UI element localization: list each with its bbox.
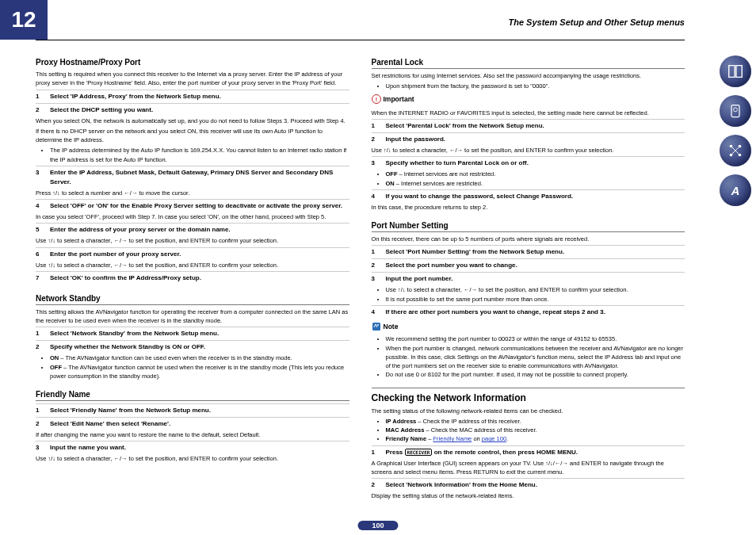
proxy-step6: Enter the port number of your proxy serv… [50,250,181,259]
port-note3: Do not use 0 or 8102 for the port number… [386,370,685,379]
proxy-step5: Enter the address of your proxy server o… [50,225,231,235]
svg-point-3 [377,324,379,326]
netinfo-step2-note: Display the setting status of the networ… [372,491,685,500]
note-callout: Note [372,322,399,332]
right-column: Parental Lock Set restrictions for using… [372,52,685,503]
important-icon: ! [372,94,381,104]
netinfo-step1: Press RECEIVER on the remote control, th… [386,448,578,457]
parental-heading: Parental Lock [372,56,685,69]
proxy-step2: Select the DHCP setting you want. [50,105,153,115]
proxy-step2-note2: If there is no DHCP server on the networ… [36,127,349,145]
parental-bullet-on: ON – Internet services are restricted. [386,179,685,188]
friendly-step2-note: If after changing the name you want to r… [36,430,349,439]
svg-text:!: ! [375,96,376,101]
netinfo-ip: IP Address – Check the IP address of thi… [386,417,685,426]
header-rule [36,40,685,40]
port-note2: When the port number is changed, network… [386,344,685,371]
friendly-heading: Friendly Name [36,388,349,401]
svg-point-5 [734,108,738,112]
parental-step4: If you want to change the password, sele… [386,192,574,201]
page-number-badge: 100 [357,521,398,530]
appendix-icon[interactable]: A [720,174,751,206]
important-callout: ! Important [372,94,414,105]
proxy-step1: Select 'IP Address, Proxy' from the Netw… [50,92,221,101]
proxy-step2-note1: When you select ON, the network is autom… [36,117,349,125]
parental-intro: Set restrictions for using Internet serv… [372,71,685,80]
standby-step2: Specify whether the Network Standby is O… [50,342,205,352]
port-step3-bullet1: Use ↑/↓ to select a character, ←/→ to se… [386,285,685,294]
proxy-step4: Select 'OFF' or 'ON' for the Enable Prox… [50,201,342,211]
breadcrumb: The System Setup and Other Setup menus [509,17,685,27]
standby-intro: This setting allows the AVNavigator func… [36,308,349,326]
proxy-step6-note: Use ↑/↓ to select a character, ←/→ to se… [36,261,349,269]
network-icon[interactable] [720,135,751,166]
page-content: Proxy Hostname/Proxy Port This setting i… [36,52,685,503]
proxy-step2-bullet: The IP address determined by the Auto IP… [50,146,349,164]
proxy-heading: Proxy Hostname/Proxy Port [36,56,349,68]
standby-heading: Network Standby [36,292,349,305]
friendly-step1: Select 'Friendly Name' from the Network … [50,406,211,415]
friendly-step3: Input the name you want. [50,443,126,453]
left-column: Proxy Hostname/Proxy Port This setting i… [36,52,349,503]
proxy-step5-note: Use ↑/↓ to select a character, ←/→ to se… [36,236,349,245]
netinfo-step1-note: A Graphical User Interface (GUI) screen … [372,459,685,477]
important-text: When the INTERNET RADIO or FAVORITES inp… [372,109,685,117]
netinfo-step2: Select 'Network Information' from the Ho… [386,480,537,490]
port-step3-bullet2: It is not possible to set the same port … [386,295,685,304]
proxy-intro: This setting is required when you connec… [36,70,349,88]
proxy-step3: Enter the IP Address, Subnet Mask, Defau… [50,168,349,187]
proxy-step3-note: Press ↑/↓ to select a number and ←/→ to … [36,189,349,197]
parental-default-pw: Upon shipment from the factory, the pass… [386,82,685,90]
port-step1: Select 'Port Number Setting' from the Ne… [386,247,565,257]
standby-step1: Select 'Network Standby' from the Networ… [50,329,219,338]
port-step2: Select the port number you want to chang… [386,261,517,270]
standby-bullet-on: ON – The AVNavigator function can be use… [50,353,349,362]
port-intro: On this receiver, there can be up to 5 n… [372,235,685,243]
side-nav: A [720,55,751,206]
netinfo-mac: MAC Address – Check the MAC address of t… [386,426,685,434]
port-step4: If there are other port numbers you want… [386,308,605,317]
netinfo-heading: Checking the Network Information [372,388,685,405]
svg-text:A: A [731,185,740,197]
port-heading: Port Number Setting [372,220,685,232]
netinfo-intro: The setting status of the following netw… [372,407,685,415]
parental-step1: Select 'Parental Lock' from the Network … [386,121,544,131]
proxy-step4-note: In case you select 'OFF', proceed with S… [36,212,349,221]
page-link[interactable]: page 100 [482,435,506,442]
parental-step4-note: In this case, the procedure returns to s… [372,203,685,212]
svg-rect-4 [731,105,739,117]
chapter-number-badge: 12 [0,0,48,40]
note-icon [372,322,381,331]
proxy-step7: Select 'OK' to confirm the IP Address/Pr… [50,273,201,283]
friendly-name-link[interactable]: Friendly Name [433,435,472,442]
book-icon[interactable] [720,55,751,87]
receiver-button-glyph: RECEIVER [405,449,433,456]
parental-step2-note: Use ↑/↓ to select a character, ←/→ to se… [372,146,685,155]
friendly-step2: Select 'Edit Name' then select 'Rename'. [50,419,170,429]
parental-step2: Input the password. [386,135,446,144]
netinfo-friendly: Friendly Name – Friendly Name on page 10… [386,434,685,443]
parental-step3: Specify whether to turn Parental Lock on… [386,159,529,168]
port-step3: Input the port number. [386,274,453,284]
friendly-step3-note: Use ↑/↓ to select a character, ←/→ to se… [36,454,349,463]
parental-bullet-off: OFF – Internet services are not restrict… [386,170,685,178]
device-icon[interactable] [720,95,751,127]
standby-bullet-off: OFF – The AVNavigator function cannot be… [50,363,349,381]
port-note1: We recommend setting the port number to … [386,334,685,343]
